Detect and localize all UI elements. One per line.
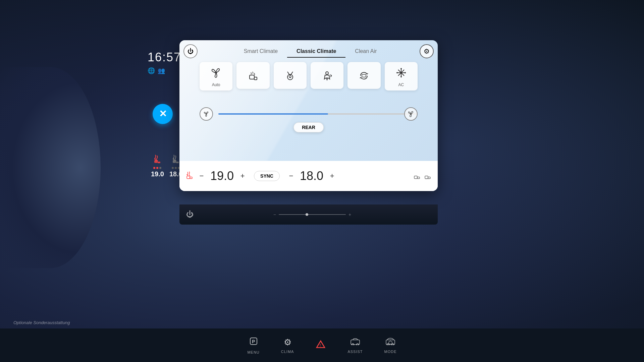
right-temp-decrease[interactable]: − — [285, 170, 297, 182]
clock-display: 16:57 — [148, 50, 181, 64]
bezel-volume-slider[interactable] — [279, 214, 346, 215]
left-seat-temp: 19.0 — [151, 170, 164, 178]
power-button[interactable]: ⏻ — [183, 44, 198, 58]
dot3 — [159, 167, 161, 169]
bottom-btn-hazard[interactable]: ! — [305, 336, 337, 355]
svg-rect-7 — [250, 75, 254, 79]
sync-button[interactable]: SYNC — [254, 171, 280, 181]
svg-text:!: ! — [320, 344, 321, 347]
left-seat-heat-icon — [153, 154, 161, 166]
svg-point-25 — [187, 174, 188, 175]
svg-point-31 — [426, 179, 427, 179]
function-buttons-row: Auto — [200, 62, 418, 90]
right-seat-heat-icon — [172, 154, 180, 166]
settings-button[interactable]: ⚙ — [420, 44, 434, 58]
bezel-minus[interactable]: − — [273, 212, 276, 217]
func-btn-seat-heat[interactable] — [236, 62, 269, 89]
svg-rect-11 — [362, 74, 366, 77]
menu-label: MENU — [247, 350, 259, 354]
left-seat-heat-dots — [153, 167, 161, 169]
volume-thumb — [306, 213, 308, 216]
steering-wheel-bg — [0, 67, 101, 268]
tabs-row: Smart Climate Classic Climate Clean Air — [203, 46, 418, 58]
seat-indicators-sidebar: 19.0 18.0 — [151, 154, 182, 178]
gear-icon: ⚙ — [424, 47, 430, 55]
svg-rect-26 — [414, 176, 417, 179]
left-temp-value: 19.0 — [210, 169, 234, 183]
svg-rect-23 — [187, 176, 190, 179]
bottom-btn-clima[interactable]: ⚙ CLIMA — [270, 333, 305, 358]
parking-icon: P — [249, 337, 258, 348]
svg-point-21 — [206, 113, 207, 115]
close-button[interactable]: ✕ — [153, 104, 173, 124]
rear-button[interactable]: REAR — [293, 122, 324, 132]
dot1 — [153, 167, 155, 169]
close-icon: ✕ — [159, 109, 167, 119]
bottom-btn-mode[interactable]: MODE — [374, 333, 408, 358]
bottom-physical-bar: P MENU ⚙ CLIMA ! ASSIST — [0, 328, 644, 362]
clock-area: 16:57 🌐 👥 — [148, 50, 181, 74]
svg-rect-24 — [190, 177, 192, 179]
profile-icon: 👥 — [158, 67, 165, 74]
left-temp-decrease[interactable]: − — [196, 170, 208, 182]
snowflake-icon — [396, 67, 407, 80]
hazard-icon: ! — [315, 340, 326, 351]
right-seat-icon-2[interactable] — [424, 171, 431, 181]
bezel-power-button[interactable]: ⏻ — [186, 210, 194, 219]
bezel-plus[interactable]: + — [348, 212, 351, 217]
right-seat-icons — [414, 171, 431, 181]
temperature-bar: − 19.0 + SYNC − 18.0 + — [179, 161, 438, 191]
clima-icon: ⚙ — [284, 337, 291, 348]
left-temp-increase[interactable]: + — [236, 170, 249, 182]
fan-speed-slider[interactable] — [218, 113, 418, 115]
bezel-volume-area: − + — [200, 212, 424, 217]
func-btn-airflow-down[interactable] — [274, 62, 307, 89]
svg-point-19 — [396, 72, 398, 73]
func-btn-airflow-body[interactable] — [311, 62, 343, 89]
recirculate-icon — [359, 70, 369, 83]
func-btn-auto-label: Auto — [212, 82, 220, 87]
seat-heat-icon — [248, 70, 258, 83]
svg-rect-1 — [158, 162, 160, 163]
svg-rect-0 — [154, 160, 158, 163]
fan-slow-button[interactable] — [200, 107, 213, 121]
left-seat-indicator[interactable]: 19.0 — [151, 154, 164, 178]
svg-rect-4 — [176, 162, 179, 163]
mode-icon — [385, 337, 395, 348]
fan-slider-row — [200, 107, 418, 121]
svg-point-10 — [326, 72, 328, 74]
func-btn-ac-label: AC — [398, 82, 404, 87]
left-seat-icon-tempbar — [186, 171, 193, 181]
right-seat-icon-1[interactable] — [414, 171, 420, 181]
right-temp-value: 18.0 — [300, 169, 323, 183]
watermark-text: Optionale Sonderausstattung — [13, 320, 70, 325]
svg-point-18 — [400, 76, 402, 77]
dot2 — [156, 167, 158, 169]
mode-label: MODE — [384, 350, 397, 354]
svg-rect-28 — [425, 176, 428, 179]
bottom-btn-menu[interactable]: P MENU — [236, 333, 270, 358]
bottom-btn-assist[interactable]: ASSIST — [337, 333, 373, 358]
func-btn-fan-auto[interactable]: Auto — [200, 62, 232, 90]
fan-icon-right[interactable] — [404, 107, 418, 121]
main-screen: ⏻ ⚙ Smart Climate Classic Climate Clean … — [179, 40, 438, 191]
svg-point-30 — [425, 179, 426, 179]
svg-rect-29 — [428, 177, 430, 179]
svg-rect-8 — [254, 77, 257, 80]
svg-point-22 — [410, 113, 412, 115]
func-btn-ac[interactable]: AC — [385, 62, 418, 90]
left-temp-section: − 19.0 + — [196, 169, 249, 183]
dot1 — [172, 167, 174, 169]
svg-text:P: P — [252, 339, 255, 344]
power-icon: ⏻ — [187, 48, 194, 55]
right-seat-heat-dots — [172, 167, 180, 169]
right-temp-increase[interactable]: + — [326, 170, 338, 182]
func-btn-recirculate[interactable] — [347, 62, 380, 89]
tab-classic-climate[interactable]: Classic Climate — [287, 46, 345, 58]
right-temp-section: − 18.0 + — [285, 169, 338, 183]
dot2 — [175, 167, 177, 169]
airflow-down-icon — [285, 70, 296, 83]
tab-smart-climate[interactable]: Smart Climate — [234, 46, 287, 58]
tab-clean-air[interactable]: Clean Air — [345, 46, 386, 58]
assist-icon — [350, 337, 360, 348]
